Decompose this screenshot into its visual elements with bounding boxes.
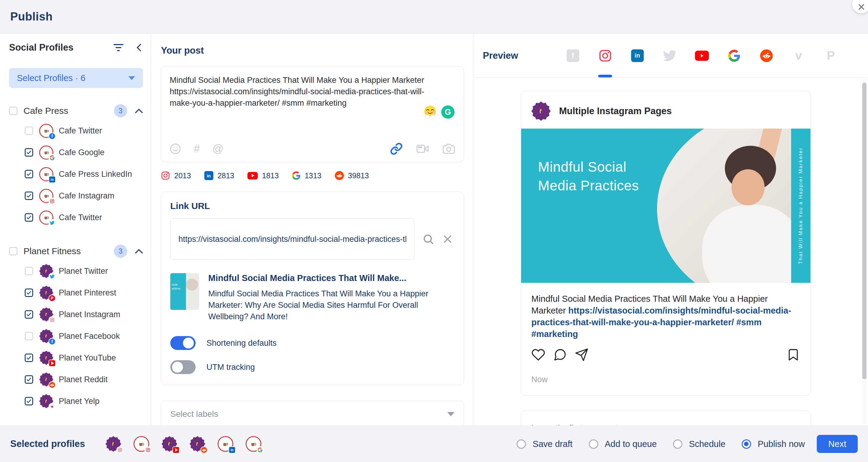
list-item[interactable]: f Cafe Twitter <box>9 120 143 141</box>
select-labels-dropdown[interactable]: Select labels <box>161 401 464 426</box>
radio-icon[interactable] <box>517 439 526 449</box>
composer-column: Your post Mindful Social Media Practices… <box>151 34 473 426</box>
link-url-input[interactable] <box>170 218 414 260</box>
profile-checkbox[interactable] <box>25 148 33 157</box>
list-item[interactable]: * Planet Yelp <box>9 390 143 412</box>
group-checkbox[interactable] <box>9 107 18 115</box>
radio-icon[interactable] <box>589 439 598 449</box>
count-reddit: 39813 <box>335 171 369 180</box>
list-item[interactable]: P Planet Pinterest <box>9 282 143 304</box>
next-button[interactable]: Next <box>817 435 858 453</box>
hashtag-icon[interactable]: # <box>194 142 200 155</box>
list-item[interactable]: Cafe Google <box>9 141 143 163</box>
option-schedule[interactable]: Schedule <box>673 439 725 449</box>
photo-camera-icon[interactable] <box>442 143 455 155</box>
utm-tracking-row: UTM tracking <box>170 360 455 374</box>
mention-icon[interactable]: @ <box>213 142 224 155</box>
shortening-defaults-toggle[interactable] <box>170 336 195 350</box>
profile-checkbox[interactable] <box>25 397 33 405</box>
radio-icon[interactable] <box>673 439 682 449</box>
profile-checkbox[interactable] <box>25 375 33 384</box>
profile-checkbox[interactable] <box>25 267 33 275</box>
tab-instagram[interactable] <box>589 34 621 77</box>
chevron-down-icon <box>128 76 135 80</box>
close-icon <box>858 3 865 11</box>
video-icon[interactable] <box>416 143 429 155</box>
list-item[interactable]: Cafe Instagram <box>9 185 143 207</box>
option-add-to-queue[interactable]: Add to queue <box>589 439 657 449</box>
tab-pinterest[interactable]: P <box>815 34 847 77</box>
list-item[interactable]: Planet Reddit <box>9 369 143 390</box>
profile-checkbox[interactable] <box>25 192 33 200</box>
tab-youtube[interactable] <box>686 34 718 77</box>
avatar <box>246 436 261 452</box>
bookmark-icon[interactable] <box>786 348 800 362</box>
chevron-up-icon[interactable] <box>135 249 143 254</box>
avatar <box>161 436 177 452</box>
profile-checkbox[interactable] <box>25 170 33 178</box>
list-item[interactable]: f Planet Facebook <box>9 325 143 347</box>
tab-twitter[interactable] <box>653 34 686 77</box>
profile-checkbox[interactable] <box>25 127 33 135</box>
publish-window: Publish Social Profiles Select Profiles … <box>0 0 868 462</box>
facebook-icon: f <box>567 50 579 62</box>
profile-checkbox[interactable] <box>25 310 33 319</box>
google-icon <box>728 50 740 62</box>
linkedin-icon: in <box>204 171 213 180</box>
list-item[interactable]: in Cafe Press LinkedIn <box>9 163 143 185</box>
instagram-preview-card: Multiple Instagram Pages Mindful Social … <box>521 91 811 395</box>
select-profiles-dropdown[interactable]: Select Profiles · 6 <box>9 68 143 88</box>
profile-checkbox[interactable] <box>25 332 33 340</box>
option-publish-now[interactable]: Publish now <box>742 439 805 449</box>
comment-box-card[interactable]: Leave the first comment <box>521 410 811 426</box>
tab-linkedin[interactable]: in <box>621 34 653 77</box>
comment-icon[interactable] <box>553 348 567 362</box>
emoji-picker-icon[interactable] <box>170 143 181 155</box>
pinterest-icon: P <box>827 49 835 62</box>
post-text[interactable]: Mindful Social Media Practices That Will… <box>170 74 442 109</box>
chevron-down-icon <box>447 412 455 416</box>
google-icon <box>292 171 301 180</box>
profile-label: Cafe Google <box>59 148 104 157</box>
list-item[interactable]: Planet Instagram <box>9 304 143 325</box>
caption-link[interactable]: https://vistasocial.com/insights/mindful… <box>531 306 791 339</box>
tab-facebook[interactable]: f <box>557 34 589 77</box>
image-side-banner: That Will Make You a Happier Marketer <box>791 129 810 283</box>
group-header-planet-fitness[interactable]: Planet Fitness 3 <box>9 244 143 258</box>
option-save-draft[interactable]: Save draft <box>517 439 572 449</box>
instagram-icon <box>49 316 56 324</box>
tab-vimeo[interactable]: v <box>782 34 815 77</box>
like-icon[interactable] <box>531 348 545 362</box>
profile-checkbox[interactable] <box>25 213 33 222</box>
profile-checkbox[interactable] <box>25 289 33 297</box>
toggle-label: Shortening defaults <box>207 338 277 348</box>
radio-icon-selected[interactable] <box>742 439 751 449</box>
search-icon[interactable] <box>422 233 434 245</box>
tab-reddit[interactable] <box>750 34 782 77</box>
utm-tracking-toggle[interactable] <box>170 360 195 374</box>
list-item[interactable]: Cafe Twitter <box>9 207 143 228</box>
tab-google[interactable] <box>718 34 750 77</box>
group-header-cafe-press[interactable]: Cafe Press 3 <box>9 104 143 118</box>
list-item[interactable]: Planet YouTube <box>9 347 143 369</box>
reddit-icon <box>760 50 773 62</box>
collapse-sidebar-icon[interactable] <box>135 43 143 52</box>
scrollbar-thumb[interactable] <box>862 82 867 379</box>
group-checkbox[interactable] <box>9 247 18 255</box>
shortening-defaults-row: Shortening defaults <box>170 336 455 350</box>
chevron-up-icon[interactable] <box>135 108 143 113</box>
clear-url-icon[interactable] <box>442 234 453 244</box>
profile-checkbox[interactable] <box>25 354 33 362</box>
twitter-icon <box>49 219 56 227</box>
post-editor[interactable]: Mindful Social Media Practices That Will… <box>161 66 464 162</box>
share-icon[interactable] <box>575 348 589 362</box>
scrollbar[interactable] <box>862 79 867 424</box>
instagram-icon <box>161 171 170 180</box>
linkedin-icon: in <box>631 50 644 62</box>
list-item[interactable]: Planet Twitter <box>9 260 143 282</box>
grammarly-icon[interactable]: G <box>441 105 455 119</box>
reddit-icon <box>49 381 56 389</box>
link-icon[interactable] <box>390 142 403 155</box>
filter-icon[interactable] <box>113 44 124 52</box>
profile-label: Planet Instagram <box>59 310 120 319</box>
